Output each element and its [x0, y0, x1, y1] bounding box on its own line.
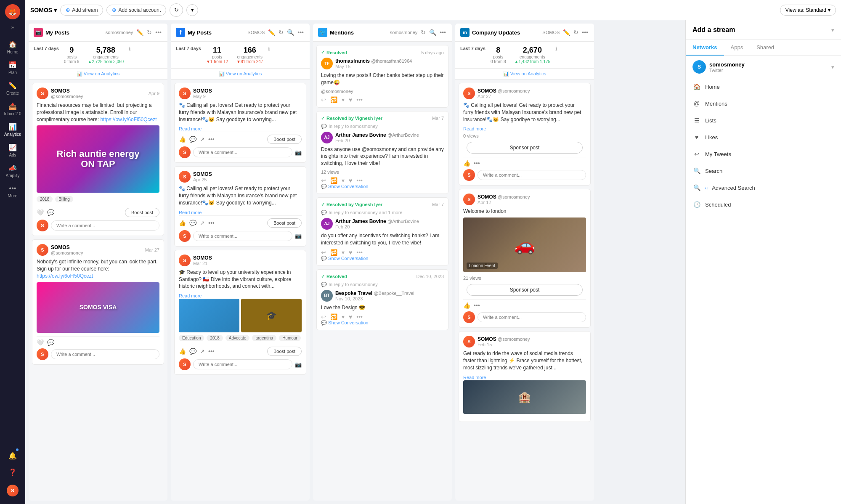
tab-apps[interactable]: Apps [724, 40, 750, 56]
reply-icon[interactable]: ↩ [321, 96, 326, 103]
stream-item-my-tweets[interactable]: ↩ My Tweets [686, 146, 841, 162]
show-conversation-btn[interactable]: 💬 Show Conversation [321, 256, 444, 261]
post-link[interactable]: https://ow.ly/6oFl50Qcezt [37, 273, 93, 279]
comment-input[interactable] [478, 312, 586, 322]
read-more-link[interactable]: Read more [179, 210, 202, 215]
reply-icon[interactable]: ↩ [321, 177, 326, 184]
more-icon[interactable]: ••• [474, 302, 480, 309]
sidebar-item-analytics[interactable]: 📊 Analytics [0, 119, 25, 140]
retweet-dropdown-icon[interactable]: ▾ [342, 249, 345, 256]
refresh-column-btn[interactable]: ↻ [146, 28, 153, 37]
notifications-btn[interactable]: 🔔 [7, 448, 19, 463]
sponsor-post-btn[interactable]: Sponsor post [467, 284, 583, 296]
camera-icon[interactable]: 📷 [295, 233, 302, 239]
comment-input[interactable] [193, 231, 292, 241]
tab-shared[interactable]: Shared [750, 40, 781, 56]
heart-icon[interactable]: ♥ [349, 249, 352, 256]
mentions-scroll-area[interactable]: Resolved 5 days ago TF thomasfrancis @th… [313, 42, 452, 501]
view-as-btn[interactable]: View as: Standard ▾ [780, 5, 836, 16]
retweet-dropdown-icon[interactable]: ▾ [342, 313, 345, 320]
edit-column-btn[interactable]: ✏️ [135, 28, 144, 37]
stream-item-search[interactable]: 🔍 Search [686, 162, 841, 179]
more-tweet-icon[interactable]: ••• [356, 313, 363, 320]
sidebar-item-amplify[interactable]: 📣 Amplify [0, 161, 25, 181]
comment-icon[interactable]: 💬 [189, 136, 196, 143]
posts-scroll-area[interactable]: S SOMOS @somosmoney Apr 27 🐾 Calling all… [455, 80, 594, 501]
view-analytics-btn[interactable]: 📊 View on Analytics [455, 69, 594, 80]
boost-post-btn[interactable]: Boost post [267, 135, 302, 144]
post-link[interactable]: https://ow.ly/6oFl50Qcezt [100, 117, 157, 122]
share-icon[interactable]: ↗ [200, 348, 205, 355]
reply-icon[interactable]: ↩ [321, 249, 326, 256]
like-icon[interactable]: 🤍 [37, 339, 44, 346]
comment-icon[interactable]: 💬 [47, 339, 54, 346]
stats-info-icon[interactable]: ℹ [129, 46, 131, 52]
more-tweet-icon[interactable]: ••• [356, 177, 363, 184]
like-icon[interactable]: 👍 [463, 160, 470, 167]
sidebar-item-more[interactable]: ••• More [0, 181, 25, 202]
stats-info-icon[interactable]: ℹ [268, 46, 270, 52]
stream-item-scheduled[interactable]: 🕐 Scheduled [686, 196, 841, 213]
sidebar-item-create[interactable]: ✏️ Create [0, 78, 25, 99]
camera-icon[interactable]: 📷 [295, 149, 302, 156]
more-options-btn[interactable]: ▾ [186, 4, 198, 16]
share-icon[interactable]: ↗ [200, 220, 205, 226]
retweet-dropdown-icon[interactable]: ▾ [342, 96, 345, 103]
comment-input[interactable] [193, 359, 292, 369]
more-column-btn[interactable]: ••• [154, 28, 162, 37]
user-avatar-btn[interactable]: S [7, 481, 19, 500]
stream-item-mentions[interactable]: @ Mentions [686, 95, 841, 112]
reply-icon[interactable]: ↩ [321, 313, 326, 320]
like-icon[interactable]: 👍 [463, 302, 470, 309]
retweet-icon[interactable]: 🔁 [330, 177, 337, 184]
heart-icon[interactable]: ♥ [349, 313, 352, 320]
read-more-link[interactable]: Read more [463, 126, 486, 131]
sidebar-item-inbox[interactable]: 📥 Inbox 2.0 [0, 99, 25, 119]
read-more-link[interactable]: Read more [179, 293, 202, 298]
search-column-btn[interactable]: 🔍 [428, 28, 437, 37]
sidebar-item-home[interactable]: 🏠 Home [0, 37, 25, 58]
panel-collapse-icon[interactable]: ▾ [831, 27, 834, 33]
comment-input[interactable] [193, 147, 292, 157]
retweet-icon[interactable]: 🔁 [330, 313, 337, 320]
view-analytics-btn[interactable]: 📊 View on Analytics [29, 69, 167, 80]
stream-item-lists[interactable]: ☰ Lists [686, 112, 841, 129]
share-icon[interactable]: ↗ [200, 136, 205, 143]
comment-icon[interactable]: 💬 [189, 348, 196, 355]
camera-icon[interactable]: 📷 [295, 361, 302, 368]
more-tweet-icon[interactable]: ••• [356, 249, 363, 256]
refresh-column-btn[interactable]: ↻ [278, 28, 284, 37]
comment-input[interactable] [478, 170, 586, 180]
add-social-account-btn[interactable]: ⊕ Add social account [106, 5, 166, 16]
refresh-column-btn[interactable]: ↻ [573, 28, 579, 37]
edit-column-btn[interactable]: ✏️ [267, 28, 276, 37]
stream-item-likes[interactable]: ♥ Likes [686, 129, 841, 146]
sidebar-item-ads[interactable]: 📈 Ads [0, 140, 25, 161]
more-icon[interactable]: ••• [474, 160, 480, 167]
search-column-btn[interactable]: 🔍 [286, 28, 295, 37]
retweet-icon[interactable]: 🔁 [330, 249, 337, 256]
boost-post-btn[interactable]: Boost post [267, 218, 302, 228]
retweet-icon[interactable]: 🔁 [330, 96, 337, 103]
more-column-btn[interactable]: ••• [581, 28, 589, 37]
like-icon[interactable]: 👍 [179, 348, 186, 355]
comment-input[interactable] [51, 220, 159, 231]
sponsor-post-btn[interactable]: Sponsor post [467, 142, 583, 154]
show-conversation-btn[interactable]: 💬 Show Conversation [321, 320, 444, 326]
show-conversation-btn[interactable]: 💬 Show Conversation [321, 184, 444, 189]
retweet-dropdown-icon[interactable]: ▾ [342, 177, 345, 184]
stream-item-advanced-search[interactable]: 🔍 a Advanced Search [686, 179, 841, 196]
like-icon[interactable]: 👍 [179, 136, 186, 143]
help-btn[interactable]: ❓ [7, 465, 19, 480]
account-selector[interactable]: S somosmoney Twitter ▾ [686, 56, 841, 78]
like-icon[interactable]: 👍 [179, 220, 186, 226]
read-more-link[interactable]: Read more [179, 126, 202, 131]
add-stream-btn[interactable]: ⊕ Add stream [60, 5, 103, 16]
workspace-selector[interactable]: SOMOS ▾ [30, 7, 57, 13]
more-icon[interactable]: ••• [208, 136, 215, 143]
more-icon[interactable]: ••• [208, 220, 215, 226]
more-tweet-icon[interactable]: ••• [356, 96, 363, 103]
posts-scroll-area[interactable]: S SOMOS May 9 🐾 Calling all pet lovers! … [171, 80, 310, 501]
refresh-btn[interactable]: ↻ [170, 3, 183, 17]
edit-column-btn[interactable]: ✏️ [562, 28, 571, 37]
